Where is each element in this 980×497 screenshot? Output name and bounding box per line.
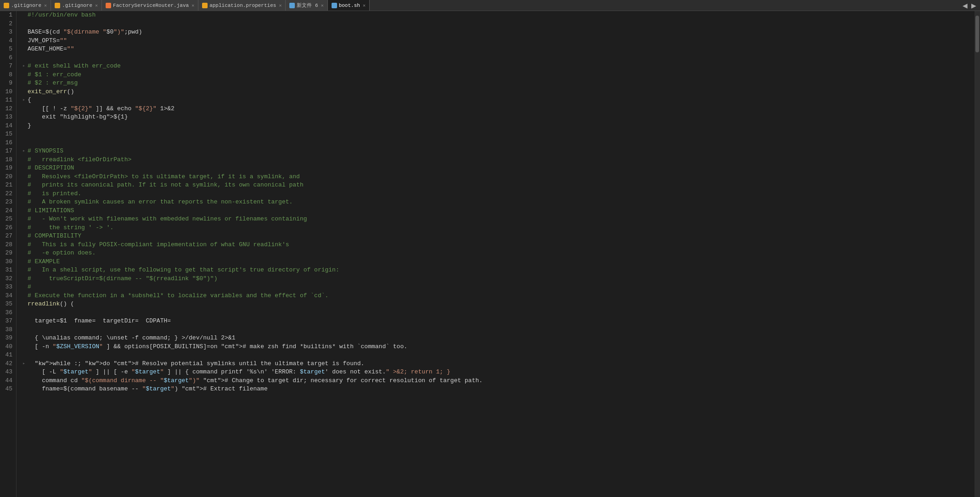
line-num-1: 1	[2, 11, 12, 20]
line-content-7: # exit shell with err_code	[28, 62, 974, 71]
line-content-22: # is printed.	[28, 190, 974, 198]
tab-close-gitignore2[interactable]: ✕	[95, 3, 98, 8]
code-line-15	[20, 130, 974, 139]
code-line-20: # Resolves <fileOrDirPath> to its ultima…	[20, 173, 974, 181]
tab-nav: ◀▶	[959, 0, 980, 11]
code-line-40: [ -n "$ZSH_VERSION" ] && options[POSIX_B…	[20, 343, 974, 351]
code-line-7: ▸# exit shell with err_code	[20, 62, 974, 71]
line-content-33: #	[28, 283, 974, 292]
tab-boot[interactable]: boot.sh✕	[328, 0, 370, 11]
tab-newfile6[interactable]: 新文件 6✕	[286, 0, 327, 11]
line-content-26: # the string ' -> '.	[28, 224, 974, 232]
line-content-11: {	[28, 96, 974, 105]
code-line-8: # $1 : err_code	[20, 71, 974, 79]
code-line-37: target=$1 fname= targetDir= CDPATH=	[20, 317, 974, 326]
tab-label-boot: boot.sh	[339, 3, 360, 8]
code-line-12: [[ ! -z "${2}" ]] && echo "${2}" 1>&2	[20, 105, 974, 113]
tab-label-newfile6: 新文件 6	[297, 2, 318, 9]
line-content-44: command cd "$(command dirname -- "$targe…	[28, 377, 974, 385]
tab-prev-button[interactable]: ◀	[961, 2, 969, 9]
line-num-3: 3	[2, 28, 12, 37]
fold-gutter-17[interactable]: ▸	[20, 147, 28, 156]
tab-label-appprops: application.properties	[209, 3, 276, 8]
tab-icon-gitignore	[4, 3, 9, 8]
line-num-40: 40	[2, 343, 12, 351]
line-content-4: JVM_OPTS=""	[28, 37, 974, 45]
tab-close-appprops[interactable]: ✕	[279, 3, 282, 8]
line-num-26: 26	[2, 224, 12, 232]
code-line-31: # In a shell script, use the following t…	[20, 266, 974, 275]
line-content-18: # rreadlink <fileOrDirPath>	[28, 156, 974, 164]
tab-icon-gitignore2	[55, 3, 60, 8]
line-content-45: fname=$(command basename -- "$target") "…	[28, 385, 974, 394]
tab-close-newfile6[interactable]: ✕	[321, 3, 324, 8]
code-line-17: ▸# SYNOPSIS	[20, 147, 974, 156]
line-content-29: # -e option does.	[28, 249, 974, 258]
code-line-4: JVM_OPTS=""	[20, 37, 974, 45]
line-num-45: 45	[2, 385, 12, 394]
line-content-24: # LIMITATIONS	[28, 207, 974, 215]
tab-icon-newfile6	[289, 3, 295, 8]
line-num-39: 39	[2, 334, 12, 343]
fold-gutter-7[interactable]: ▸	[20, 62, 28, 71]
line-num-35: 35	[2, 300, 12, 309]
line-content-42: "kw">while :; "kw">do "cmt"># Resolve po…	[28, 360, 974, 368]
line-content-28: # This is a fully POSIX-compliant implem…	[28, 241, 974, 249]
code-line-28: # This is a fully POSIX-compliant implem…	[20, 241, 974, 249]
line-num-7: 7	[2, 62, 12, 71]
line-content-3: BASE=$(cd "$(dirname "$0")";pwd)	[28, 28, 974, 37]
tab-gitignore2[interactable]: .gitignore✕	[51, 0, 102, 11]
line-num-19: 19	[2, 164, 12, 173]
line-content-25: # - Won't work with filenames with embed…	[28, 215, 974, 224]
line-num-6: 6	[2, 54, 12, 62]
line-content-12: [[ ! -z "${2}" ]] && echo "${2}" 1>&2	[28, 105, 974, 113]
line-content-32: # trueScriptDir=$(dirname -- "$(rreadlin…	[28, 275, 974, 283]
code-line-23: # A broken symlink causes an error that …	[20, 198, 974, 207]
line-content-9: # $2 : err_msg	[28, 79, 974, 88]
line-content-19: # DESCRIPTION	[28, 164, 974, 173]
line-content-1: #!/usr/bin/env bash	[28, 11, 974, 20]
code-line-26: # the string ' -> '.	[20, 224, 974, 232]
code-line-29: # -e option does.	[20, 249, 974, 258]
line-num-10: 10	[2, 88, 12, 96]
line-content-27: # COMPATIBILITY	[28, 232, 974, 241]
line-num-38: 38	[2, 326, 12, 334]
code-line-5: AGENT_HOME=""	[20, 45, 974, 54]
tab-close-factory[interactable]: ✕	[191, 3, 194, 8]
tab-gitignore[interactable]: .gitignore✕	[0, 0, 51, 11]
tab-next-button[interactable]: ▶	[969, 2, 978, 9]
code-line-21: # prints its canonical path. If it is no…	[20, 181, 974, 190]
line-content-30: # EXAMPLE	[28, 258, 974, 266]
code-line-34: # Execute the function in a *subshell* t…	[20, 292, 974, 300]
fold-gutter-42[interactable]: ▸	[20, 360, 28, 368]
line-num-14: 14	[2, 122, 12, 130]
tab-icon-boot	[332, 3, 337, 8]
line-content-34: # Execute the function in a *subshell* t…	[28, 292, 974, 300]
scrollbar-track[interactable]	[974, 11, 980, 497]
line-num-24: 24	[2, 207, 12, 215]
line-num-8: 8	[2, 71, 12, 79]
line-content-39: { \unalias command; \unset -f command; }…	[28, 334, 974, 343]
fold-gutter-11[interactable]: ▸	[20, 96, 28, 105]
line-content-5: AGENT_HOME=""	[28, 45, 974, 54]
line-num-18: 18	[2, 156, 12, 164]
tab-label-factory: FactoryServiceRouter.java	[113, 3, 189, 8]
code-line-22: # is printed.	[20, 190, 974, 198]
line-num-21: 21	[2, 181, 12, 190]
code-line-41	[20, 351, 974, 360]
line-num-34: 34	[2, 292, 12, 300]
code-line-25: # - Won't work with filenames with embed…	[20, 215, 974, 224]
line-content-13: exit "highlight-bg">${1}	[28, 113, 974, 122]
line-num-29: 29	[2, 249, 12, 258]
tab-close-gitignore[interactable]: ✕	[44, 3, 47, 8]
tab-close-boot[interactable]: ✕	[363, 3, 366, 8]
line-num-31: 31	[2, 266, 12, 275]
line-num-27: 27	[2, 232, 12, 241]
code-content[interactable]: #!/usr/bin/env bashBASE=$(cd "$(dirname …	[17, 11, 974, 497]
line-content-37: target=$1 fname= targetDir= CDPATH=	[28, 317, 974, 326]
tab-label-gitignore: .gitignore	[11, 3, 41, 8]
tab-factory[interactable]: FactoryServiceRouter.java✕	[102, 0, 198, 11]
tab-appprops[interactable]: application.properties✕	[198, 0, 286, 11]
line-num-42: 42	[2, 360, 12, 368]
scrollbar-thumb[interactable]	[975, 16, 979, 52]
